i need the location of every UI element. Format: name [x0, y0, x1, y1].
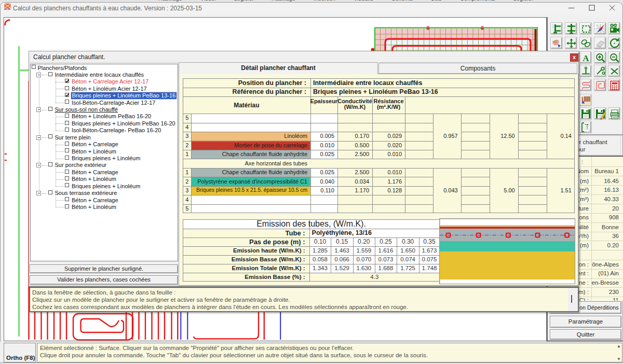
svg-text:A: A — [583, 53, 589, 63]
